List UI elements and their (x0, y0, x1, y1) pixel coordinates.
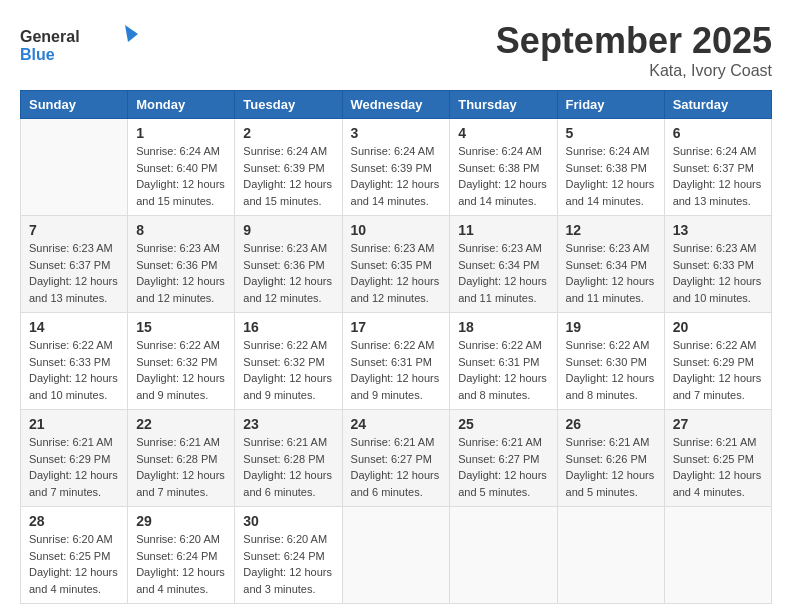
col-header-sunday: Sunday (21, 91, 128, 119)
calendar-cell: 3Sunrise: 6:24 AMSunset: 6:39 PMDaylight… (342, 119, 450, 216)
calendar-cell: 14Sunrise: 6:22 AMSunset: 6:33 PMDayligh… (21, 313, 128, 410)
day-number: 2 (243, 125, 333, 141)
day-number: 1 (136, 125, 226, 141)
page-header: General Blue September 2025 Kata, Ivory … (20, 20, 772, 80)
day-detail: Sunrise: 6:23 AMSunset: 6:36 PMDaylight:… (136, 242, 225, 304)
day-detail: Sunrise: 6:21 AMSunset: 6:27 PMDaylight:… (351, 436, 440, 498)
calendar-week-3: 14Sunrise: 6:22 AMSunset: 6:33 PMDayligh… (21, 313, 772, 410)
calendar-cell: 22Sunrise: 6:21 AMSunset: 6:28 PMDayligh… (128, 410, 235, 507)
day-number: 27 (673, 416, 763, 432)
day-detail: Sunrise: 6:23 AMSunset: 6:36 PMDaylight:… (243, 242, 332, 304)
day-number: 14 (29, 319, 119, 335)
calendar-cell: 23Sunrise: 6:21 AMSunset: 6:28 PMDayligh… (235, 410, 342, 507)
day-number: 29 (136, 513, 226, 529)
calendar-header-row: SundayMondayTuesdayWednesdayThursdayFrid… (21, 91, 772, 119)
day-detail: Sunrise: 6:21 AMSunset: 6:28 PMDaylight:… (136, 436, 225, 498)
calendar-cell (21, 119, 128, 216)
calendar-cell (450, 507, 557, 604)
day-detail: Sunrise: 6:22 AMSunset: 6:29 PMDaylight:… (673, 339, 762, 401)
day-number: 26 (566, 416, 656, 432)
calendar-cell: 10Sunrise: 6:23 AMSunset: 6:35 PMDayligh… (342, 216, 450, 313)
calendar-cell: 5Sunrise: 6:24 AMSunset: 6:38 PMDaylight… (557, 119, 664, 216)
day-number: 3 (351, 125, 442, 141)
day-number: 8 (136, 222, 226, 238)
month-title: September 2025 (496, 20, 772, 62)
calendar-cell: 12Sunrise: 6:23 AMSunset: 6:34 PMDayligh… (557, 216, 664, 313)
calendar-cell: 15Sunrise: 6:22 AMSunset: 6:32 PMDayligh… (128, 313, 235, 410)
calendar-week-2: 7Sunrise: 6:23 AMSunset: 6:37 PMDaylight… (21, 216, 772, 313)
day-detail: Sunrise: 6:22 AMSunset: 6:33 PMDaylight:… (29, 339, 118, 401)
svg-marker-1 (125, 25, 138, 42)
col-header-thursday: Thursday (450, 91, 557, 119)
day-number: 12 (566, 222, 656, 238)
calendar-cell: 18Sunrise: 6:22 AMSunset: 6:31 PMDayligh… (450, 313, 557, 410)
day-number: 9 (243, 222, 333, 238)
col-header-wednesday: Wednesday (342, 91, 450, 119)
calendar-cell: 2Sunrise: 6:24 AMSunset: 6:39 PMDaylight… (235, 119, 342, 216)
calendar-cell: 28Sunrise: 6:20 AMSunset: 6:25 PMDayligh… (21, 507, 128, 604)
day-number: 4 (458, 125, 548, 141)
calendar-cell: 6Sunrise: 6:24 AMSunset: 6:37 PMDaylight… (664, 119, 771, 216)
day-number: 18 (458, 319, 548, 335)
day-number: 24 (351, 416, 442, 432)
day-number: 6 (673, 125, 763, 141)
day-number: 16 (243, 319, 333, 335)
day-detail: Sunrise: 6:22 AMSunset: 6:32 PMDaylight:… (243, 339, 332, 401)
calendar-cell: 27Sunrise: 6:21 AMSunset: 6:25 PMDayligh… (664, 410, 771, 507)
logo-svg: General Blue (20, 20, 140, 70)
day-detail: Sunrise: 6:21 AMSunset: 6:25 PMDaylight:… (673, 436, 762, 498)
col-header-saturday: Saturday (664, 91, 771, 119)
calendar-week-4: 21Sunrise: 6:21 AMSunset: 6:29 PMDayligh… (21, 410, 772, 507)
day-detail: Sunrise: 6:21 AMSunset: 6:28 PMDaylight:… (243, 436, 332, 498)
day-number: 7 (29, 222, 119, 238)
calendar-week-1: 1Sunrise: 6:24 AMSunset: 6:40 PMDaylight… (21, 119, 772, 216)
calendar-cell: 9Sunrise: 6:23 AMSunset: 6:36 PMDaylight… (235, 216, 342, 313)
calendar-cell: 21Sunrise: 6:21 AMSunset: 6:29 PMDayligh… (21, 410, 128, 507)
calendar-cell: 29Sunrise: 6:20 AMSunset: 6:24 PMDayligh… (128, 507, 235, 604)
day-number: 13 (673, 222, 763, 238)
calendar-cell (342, 507, 450, 604)
calendar-table: SundayMondayTuesdayWednesdayThursdayFrid… (20, 90, 772, 604)
calendar-cell: 26Sunrise: 6:21 AMSunset: 6:26 PMDayligh… (557, 410, 664, 507)
calendar-cell: 7Sunrise: 6:23 AMSunset: 6:37 PMDaylight… (21, 216, 128, 313)
calendar-cell: 16Sunrise: 6:22 AMSunset: 6:32 PMDayligh… (235, 313, 342, 410)
calendar-cell (664, 507, 771, 604)
calendar-cell: 24Sunrise: 6:21 AMSunset: 6:27 PMDayligh… (342, 410, 450, 507)
calendar-cell: 20Sunrise: 6:22 AMSunset: 6:29 PMDayligh… (664, 313, 771, 410)
day-detail: Sunrise: 6:24 AMSunset: 6:38 PMDaylight:… (566, 145, 655, 207)
day-detail: Sunrise: 6:22 AMSunset: 6:30 PMDaylight:… (566, 339, 655, 401)
svg-text:Blue: Blue (20, 46, 55, 63)
day-number: 10 (351, 222, 442, 238)
day-number: 11 (458, 222, 548, 238)
day-detail: Sunrise: 6:24 AMSunset: 6:40 PMDaylight:… (136, 145, 225, 207)
day-detail: Sunrise: 6:22 AMSunset: 6:32 PMDaylight:… (136, 339, 225, 401)
day-detail: Sunrise: 6:23 AMSunset: 6:35 PMDaylight:… (351, 242, 440, 304)
day-detail: Sunrise: 6:20 AMSunset: 6:25 PMDaylight:… (29, 533, 118, 595)
day-number: 15 (136, 319, 226, 335)
calendar-cell: 19Sunrise: 6:22 AMSunset: 6:30 PMDayligh… (557, 313, 664, 410)
col-header-tuesday: Tuesday (235, 91, 342, 119)
calendar-cell: 4Sunrise: 6:24 AMSunset: 6:38 PMDaylight… (450, 119, 557, 216)
day-detail: Sunrise: 6:23 AMSunset: 6:34 PMDaylight:… (458, 242, 547, 304)
day-number: 28 (29, 513, 119, 529)
day-detail: Sunrise: 6:21 AMSunset: 6:26 PMDaylight:… (566, 436, 655, 498)
calendar-cell (557, 507, 664, 604)
title-area: September 2025 Kata, Ivory Coast (496, 20, 772, 80)
calendar-cell: 13Sunrise: 6:23 AMSunset: 6:33 PMDayligh… (664, 216, 771, 313)
col-header-friday: Friday (557, 91, 664, 119)
calendar-cell: 25Sunrise: 6:21 AMSunset: 6:27 PMDayligh… (450, 410, 557, 507)
svg-text:General: General (20, 28, 80, 45)
day-number: 25 (458, 416, 548, 432)
day-number: 19 (566, 319, 656, 335)
day-detail: Sunrise: 6:24 AMSunset: 6:38 PMDaylight:… (458, 145, 547, 207)
day-number: 22 (136, 416, 226, 432)
day-detail: Sunrise: 6:24 AMSunset: 6:39 PMDaylight:… (351, 145, 440, 207)
day-detail: Sunrise: 6:21 AMSunset: 6:27 PMDaylight:… (458, 436, 547, 498)
calendar-cell: 17Sunrise: 6:22 AMSunset: 6:31 PMDayligh… (342, 313, 450, 410)
day-detail: Sunrise: 6:21 AMSunset: 6:29 PMDaylight:… (29, 436, 118, 498)
day-detail: Sunrise: 6:23 AMSunset: 6:34 PMDaylight:… (566, 242, 655, 304)
day-detail: Sunrise: 6:23 AMSunset: 6:37 PMDaylight:… (29, 242, 118, 304)
day-detail: Sunrise: 6:23 AMSunset: 6:33 PMDaylight:… (673, 242, 762, 304)
day-number: 30 (243, 513, 333, 529)
day-number: 17 (351, 319, 442, 335)
